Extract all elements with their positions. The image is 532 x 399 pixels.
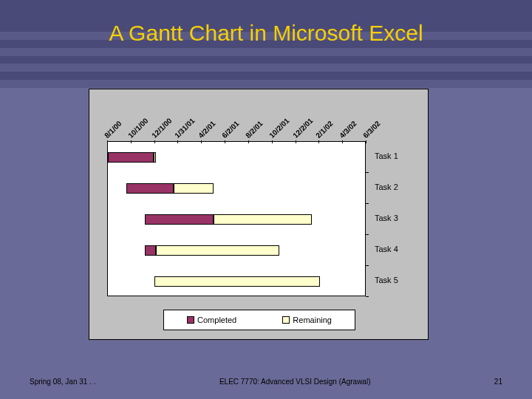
legend-remaining-label: Remaining	[293, 316, 332, 324]
x-tick-label: 12/2/01	[291, 117, 314, 140]
x-tick-label: 6/2/01	[220, 120, 240, 140]
x-tick-label: 6/3/02	[361, 120, 381, 140]
bar-completed	[145, 214, 214, 225]
bar-remaining	[154, 152, 157, 163]
legend-item-completed: Completed	[187, 316, 236, 324]
remaining-swatch-icon	[282, 316, 290, 324]
x-tick-label: 2/1/02	[315, 120, 335, 140]
page-title: A Gantt Chart in Microsoft Excel	[0, 0, 532, 46]
x-tick-label: 4/3/02	[338, 120, 358, 140]
x-tick-label: 10/2/01	[267, 117, 290, 140]
footer-date: Spring 08, Jan 31 . .	[30, 378, 96, 386]
bar-remaining	[174, 183, 214, 194]
legend-completed-label: Completed	[197, 316, 236, 324]
completed-swatch-icon	[187, 316, 194, 324]
bar-remaining	[214, 214, 312, 225]
plot-area	[107, 141, 366, 296]
y-axis-task-labels: Task 1Task 2Task 3Task 4Task 5	[370, 141, 422, 296]
bar-remaining	[156, 245, 279, 256]
x-tick-label: 10/1/00	[126, 117, 149, 140]
footer-page-number: 21	[494, 378, 502, 386]
x-tick-label: 4/2/01	[197, 120, 216, 140]
chart-legend: Completed Remaining	[163, 310, 355, 330]
bar-remaining	[154, 276, 320, 287]
x-tick-label: 8/1/00	[103, 120, 123, 140]
task-label: Task 5	[375, 276, 398, 284]
x-tick-label: 8/2/01	[244, 120, 264, 140]
bar-completed	[126, 183, 174, 194]
footer-course: ELEC 7770: Advanced VLSI Design (Agrawal…	[219, 378, 371, 386]
task-label: Task 3	[375, 214, 398, 222]
bar-completed	[108, 152, 154, 163]
slide-footer: Spring 08, Jan 31 . . ELEC 7770: Advance…	[0, 378, 532, 386]
legend-item-remaining: Remaining	[282, 316, 332, 324]
bar-completed	[145, 245, 157, 256]
x-tick-label: 12/1/00	[150, 117, 173, 140]
task-label: Task 2	[375, 183, 398, 191]
x-axis-ticks: 8/1/0010/1/0012/1/001/31/014/2/016/2/018…	[107, 95, 366, 140]
task-label: Task 1	[375, 151, 398, 160]
x-tick-label: 1/31/01	[174, 117, 197, 140]
gantt-chart: 8/1/0010/1/0012/1/001/31/014/2/016/2/018…	[89, 89, 429, 340]
task-label: Task 4	[375, 245, 398, 253]
